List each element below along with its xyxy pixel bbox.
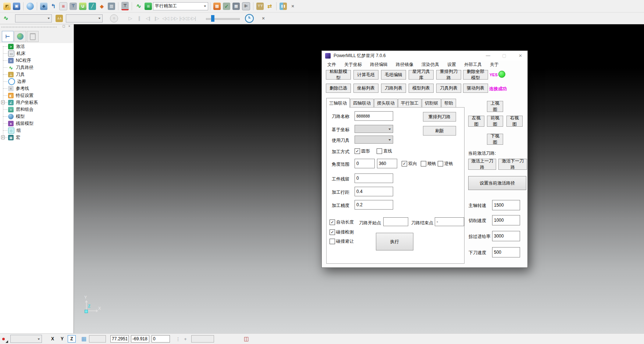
expander-icon[interactable]: + (1, 101, 5, 104)
step-back-button[interactable]: ◁| (143, 14, 152, 22)
grid-snap-icon[interactable]: ▦ (80, 336, 88, 342)
tab-parallel[interactable]: 平行加工 (398, 99, 421, 108)
tolerance-input[interactable] (355, 200, 393, 210)
tool-arc-icon[interactable] (121, 2, 129, 10)
cutting-feed-input[interactable] (492, 215, 520, 225)
view-right-button[interactable]: 右视图 (506, 116, 523, 127)
menu-render-sim[interactable]: 渲染仿真 (417, 62, 443, 68)
model-cube-icon[interactable] (40, 3, 47, 10)
paste-new-model-button[interactable]: 粘贴新模型 (326, 70, 351, 80)
circle-checkbox[interactable]: ✓ 圆形 (355, 148, 370, 154)
statusbar-combobox[interactable]: ▼ (10, 335, 42, 343)
tool-list-button[interactable]: 刀具列表 (436, 84, 461, 93)
conventional-mill-checkbox[interactable]: 逆铣 (438, 161, 453, 167)
coord-list-button[interactable]: 坐标列表 (353, 84, 378, 93)
swap-arrows-icon[interactable] (266, 3, 273, 10)
end-point-input[interactable] (435, 217, 464, 226)
execute-button[interactable]: 执行 (376, 233, 413, 250)
nc-program-icon[interactable] (59, 2, 67, 10)
simulation-speed-slider[interactable] (206, 15, 240, 22)
tree-item-feature-sets[interactable]: 特征设置 (0, 92, 73, 99)
go-to-start-button[interactable]: |◁◁ (179, 14, 188, 22)
start-point-input[interactable] (383, 217, 408, 226)
expander-icon[interactable]: + (1, 136, 5, 139)
strategy-combobox[interactable]: 平行精加工 ▼ (153, 2, 208, 10)
activate-next-path-button[interactable]: 激活下一刀路 (498, 159, 527, 170)
boundary-icon[interactable] (79, 3, 86, 10)
tab-4axis[interactable]: 四轴联动 (350, 99, 374, 108)
tree-item-groups[interactable]: 组 (0, 127, 73, 134)
tab-help[interactable]: 帮助 (441, 99, 456, 108)
slider-handle[interactable] (211, 15, 214, 22)
collision-avoid-checkbox[interactable]: 碰撞避让 (330, 238, 354, 245)
dialog-titlebar[interactable]: PowerMILL 忆梦星河 7.0.6 (322, 51, 527, 60)
fast-forward-button[interactable]: ▷▷ (170, 14, 179, 22)
tool-library-button[interactable]: 星河刀具库 (409, 70, 434, 80)
coordinate-z-field[interactable] (152, 335, 170, 343)
tab-swivel-head[interactable]: 摆头联动 (374, 99, 398, 108)
tab-saw[interactable]: 切割锯 (422, 99, 441, 108)
menu-coordinates[interactable]: 关于坐标 (340, 62, 366, 68)
climb-mill-checkbox[interactable]: 顺铣 (421, 161, 436, 167)
tree-item-models[interactable]: 模型 (0, 113, 73, 120)
skim-feed-input[interactable] (492, 231, 520, 241)
feature-set-icon[interactable] (98, 3, 106, 10)
rearrange-paths-button[interactable]: 重排列刀路 (436, 70, 461, 80)
menu-about[interactable]: 关于 (486, 62, 503, 68)
sim-toolbar-close-icon[interactable] (260, 15, 267, 22)
tree-item-macros[interactable]: + 宏 (0, 134, 73, 141)
tool-check-icon[interactable] (223, 3, 230, 10)
view-left-button[interactable]: 左视图 (468, 116, 484, 127)
edit-stock-button[interactable]: 毛坯编辑 (381, 70, 406, 80)
delete-selected-button[interactable]: 删除已选 (326, 84, 351, 93)
stepover-input[interactable] (355, 187, 393, 196)
calc-stock-button[interactable]: 计算毛坯 (353, 70, 378, 80)
toolpath-icon[interactable] (2, 15, 10, 22)
tree-item-boundaries[interactable]: 边界 (0, 78, 73, 85)
axis-x-button[interactable]: X (49, 335, 57, 343)
tree-item-tools[interactable]: 刀具 (0, 71, 73, 78)
model-list-button[interactable]: 模型列表 (409, 84, 434, 93)
tree-item-levels-sets[interactable]: 层和组合 (0, 106, 73, 113)
drive-list-button[interactable]: 驱动列表 (463, 84, 488, 93)
rearrange-button[interactable]: 重排列刀路 (423, 112, 456, 122)
delete-all-models-button[interactable]: 删除全部模型 (463, 70, 488, 80)
angle-from-input[interactable] (355, 159, 375, 168)
view-top-button[interactable]: 上视图 (487, 101, 503, 112)
menu-path-mirror[interactable]: 路径镜像 (392, 62, 417, 68)
doc-pause-icon[interactable]: ◫ (243, 336, 250, 342)
toolpath-name-input[interactable] (355, 111, 393, 121)
clock-icon[interactable] (245, 14, 254, 23)
tab-3axis[interactable]: 三轴联动 (326, 98, 350, 108)
pattern-pencil-icon[interactable] (89, 3, 96, 10)
activate-prev-path-button[interactable]: 激活上一刀路 (468, 159, 496, 170)
axis-y-button[interactable]: Y (58, 335, 66, 343)
tool-block-icon[interactable] (108, 3, 115, 10)
float-panel-icon[interactable]: ◻ (63, 24, 65, 28)
toolbar-close-icon[interactable] (289, 3, 296, 10)
pause-button[interactable]: ∥ (135, 14, 143, 22)
xyz-list-icon[interactable]: ⋮ (174, 336, 182, 342)
spindle-speed-input[interactable] (492, 200, 520, 210)
line-checkbox[interactable]: 直线 (377, 148, 392, 154)
plunge-feed-input[interactable] (492, 247, 520, 257)
refresh-button[interactable]: 刷新 (423, 126, 456, 136)
angle-to-input[interactable] (377, 159, 397, 168)
auto-length-checkbox[interactable]: ✓ 自动长度 (330, 219, 354, 225)
open-icon[interactable] (3, 3, 11, 10)
coordinate-x-field[interactable] (110, 335, 129, 343)
maximize-button[interactable]: ▢ (498, 51, 510, 60)
view-front-button[interactable]: 前视图 (487, 116, 503, 127)
step-forward-button[interactable]: |▷ (152, 14, 161, 22)
tool-ball-icon[interactable] (70, 3, 77, 10)
status-empty-field-2[interactable] (191, 335, 214, 343)
tool-icon[interactable] (56, 15, 63, 22)
based-coord-select[interactable]: ▼ (355, 125, 393, 133)
sim-toolpath-combobox[interactable]: ▼ (15, 14, 52, 22)
both-direction-checkbox[interactable]: ✓ 双向 (402, 161, 417, 167)
calculator-icon[interactable] (232, 3, 240, 10)
tab-explorer-tree[interactable]: ⊢ (2, 31, 14, 42)
stock-remaining-input[interactable] (355, 173, 393, 183)
menu-file[interactable]: 文件 (323, 62, 340, 68)
rewind-button[interactable]: ◁◁ (161, 14, 170, 22)
